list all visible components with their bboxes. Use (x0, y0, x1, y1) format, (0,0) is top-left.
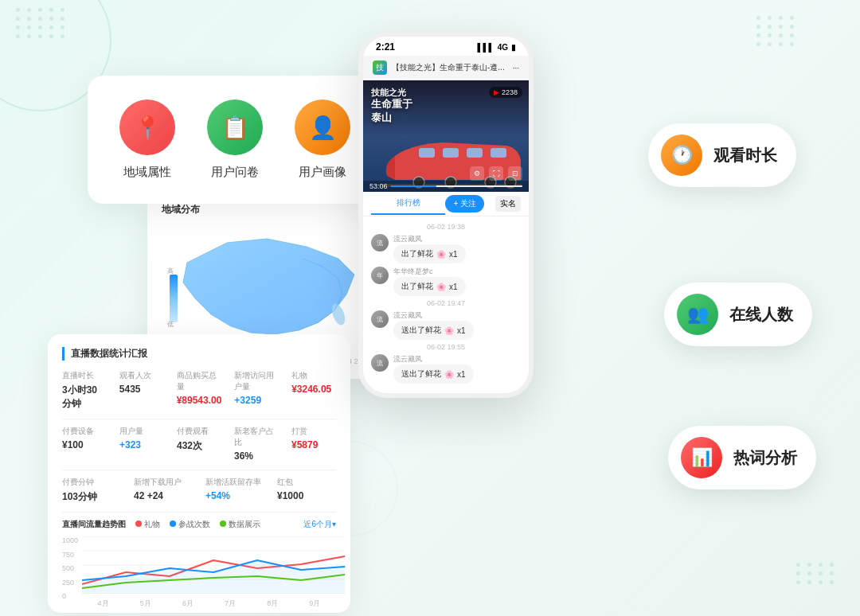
stat-viewers: 观看人次 5435 (119, 370, 164, 411)
fullscreen-icon[interactable]: ⛶ (489, 166, 503, 181)
stat-gifts-value: ¥3246.05 (291, 384, 336, 395)
survey-icon: 📋 (207, 99, 263, 155)
geo-label: 地域属性 (123, 165, 171, 180)
stat-new-users-label: 新增访问用户量 (234, 370, 279, 392)
svg-rect-13 (467, 148, 483, 158)
legend-battles: 参战次数 (170, 519, 210, 530)
stats-row-3: 付费分钟 103分钟 新增下载用户 42 +24 新增活跃留存率 +54% 红包… (62, 477, 336, 504)
chat-message-1: 流 流云藏凤 出了鲜花 🌸 x1 (371, 234, 521, 263)
stat-new-users-value: +3259 (234, 395, 279, 406)
tab-ranking[interactable]: 排行榜 (371, 193, 445, 215)
stat-paid-views: 付费观看 432次 (177, 426, 221, 462)
phone-mockup: 2:21 ▌▌▌ 4G ▮ 技 【技能之光】生命重于泰山-遵... ··· 技能… (358, 32, 534, 398)
phone-notification: 技 【技能之光】生命重于泰山-遵... ··· (363, 56, 529, 80)
feature-item-geo[interactable]: 📍 地域属性 (119, 99, 175, 180)
feature-icons-card: 📍 地域属性 📋 用户问卷 👤 用户画像 (88, 76, 382, 204)
stat-user-count: 用户量 +323 (119, 426, 164, 462)
follow-button[interactable]: + 关注 (445, 195, 484, 212)
status-icons: ▌▌▌ 4G ▮ (477, 43, 516, 52)
stat-gifts: 礼物 ¥3246.05 (291, 370, 336, 411)
notif-text: 【技能之光】生命重于泰山-遵... (392, 62, 508, 73)
feature-item-portrait[interactable]: 👤 用户画像 (295, 99, 350, 180)
svg-text:高: 高 (167, 267, 174, 275)
portrait-label: 用户画像 (299, 165, 346, 180)
video-progress-bar[interactable]: 53:06 (363, 181, 529, 192)
stat-new-downloads: 新增下载用户 42 +24 (134, 477, 193, 504)
phone-chat-input[interactable]: 说点什么吧～ (371, 395, 521, 398)
watch-duration-icon: 🕐 (661, 135, 702, 176)
stats-row-1: 直播时长 3小时30分钟 观看人次 5435 商品购买总量 ¥89543.00 … (62, 370, 336, 411)
survey-label: 用户问卷 (211, 165, 259, 180)
legend-months: 近6个月▾ (303, 519, 336, 530)
video-controls: ⚙ ⛶ ⊡ (470, 166, 522, 181)
stat-duration-label: 直播时长 (62, 370, 107, 381)
watch-duration-badge: 🕐 观看时长 (648, 123, 796, 187)
stat-sales-value: ¥89543.00 (177, 395, 222, 406)
portrait-icon: 👤 (295, 99, 350, 155)
line-chart: 10007505002500 4月5月6月7月8月9月 (62, 536, 336, 600)
online-count-label: 在线人数 (729, 304, 793, 326)
stat-sales-label: 商品购买总量 (177, 370, 222, 392)
svg-text:低: 低 (167, 321, 174, 328)
analytics-title: 直播数据统计汇报 (62, 347, 336, 361)
decorative-dots-br (796, 563, 836, 584)
progress-time: 53:06 (369, 182, 388, 190)
svg-rect-11 (419, 148, 435, 158)
online-count-icon: 👥 (677, 294, 718, 335)
stat-viewers-label: 观看人次 (119, 370, 164, 381)
stat-redpack: 红包 ¥1000 (277, 477, 336, 504)
hot-words-icon: 📊 (681, 437, 722, 478)
stat-duration: 直播时长 3小时30分钟 (62, 370, 107, 411)
live-count-badge: ▶ 2238 (489, 87, 522, 98)
network-icon: 4G (498, 43, 508, 52)
stat-reward: 打赏 ¥5879 (291, 426, 336, 462)
phone-tab-bar: 排行榜 + 关注 实名 (363, 192, 529, 216)
stats-row-2: 付费设备 ¥100 用户量 +323 付费观看 432次 新老客户占比 36% … (62, 426, 336, 462)
chat-time-2: 06-02 19:47 (371, 299, 521, 307)
watch-duration-label: 观看时长 (713, 145, 777, 166)
map-title: 地域分布 (162, 203, 372, 216)
avatar-2: 年 (371, 267, 389, 284)
settings-icon[interactable]: ⚙ (470, 166, 484, 181)
stat-paid-device: 付费设备 ¥100 (62, 426, 107, 462)
phone-chat-area: 06-02 19:38 流 流云藏凤 出了鲜花 🌸 x1 年 年华终是梦c 出了… (363, 216, 529, 390)
hot-words-label: 热词分析 (733, 447, 797, 469)
notif-app-icon: 技 (373, 60, 387, 75)
hot-words-badge: 📊 热词分析 (668, 426, 816, 489)
follow-button-container: + 关注 (445, 192, 491, 216)
feature-item-survey[interactable]: 📋 用户问卷 (207, 99, 263, 180)
chat-message-3: 流 流云藏凤 送出了鲜花 🌸 x1 (371, 310, 521, 340)
avatar-4: 流 (371, 354, 389, 372)
stat-gifts-label: 礼物 (291, 370, 336, 381)
chart-x-axis: 4月5月6月7月8月9月 (62, 598, 336, 609)
avatar-3: 流 (371, 310, 389, 328)
svg-rect-14 (491, 148, 506, 158)
stat-ratio: 新老客户占比 36% (234, 426, 279, 462)
svg-rect-2 (170, 275, 178, 322)
phone-video[interactable]: 技能之光 生命重于泰山 ▶ 2238 (363, 80, 529, 192)
stat-duration-value: 3小时30分钟 (62, 384, 107, 411)
chat-message-4: 流 流云藏凤 送出了鲜花 🌸 x1 (371, 354, 521, 384)
stat-viewers-value: 5435 (119, 384, 164, 395)
chat-time-1: 06-02 19:38 (371, 223, 521, 231)
stat-new-users: 新增访问用户量 +3259 (234, 370, 279, 411)
video-subtitle-overlay: 生命重于泰山 (371, 98, 412, 125)
chat-message-2: 年 年华终是梦c 出了鲜花 🌸 x1 (371, 267, 521, 296)
legend-gifts: 礼物 (135, 519, 160, 530)
map-visual: 高 低 (162, 224, 372, 352)
video-title-overlay: 技能之光 (371, 87, 406, 99)
stat-sales: 商品购买总量 ¥89543.00 (177, 370, 222, 411)
phone-time: 2:21 (376, 41, 395, 53)
live-count: 2238 (502, 88, 518, 96)
chart-y-axis: 10007505002500 (62, 536, 78, 600)
geo-icon: 📍 (119, 99, 175, 155)
chart-legend: 直播间流量趋势图 礼物 参战次数 数据展示 近6个月▾ (62, 519, 336, 530)
cast-icon[interactable]: ⊡ (508, 166, 522, 181)
avatar-1: 流 (371, 234, 389, 251)
phone-status-bar: 2:21 ▌▌▌ 4G ▮ (363, 37, 529, 56)
chart-title-text: 直播间流量趋势图 (62, 519, 126, 530)
stat-retention: 新增活跃留存率 +54% (205, 477, 264, 504)
svg-rect-12 (443, 148, 459, 158)
progress-track (391, 185, 522, 187)
real-name-badge: 实名 (495, 196, 521, 212)
